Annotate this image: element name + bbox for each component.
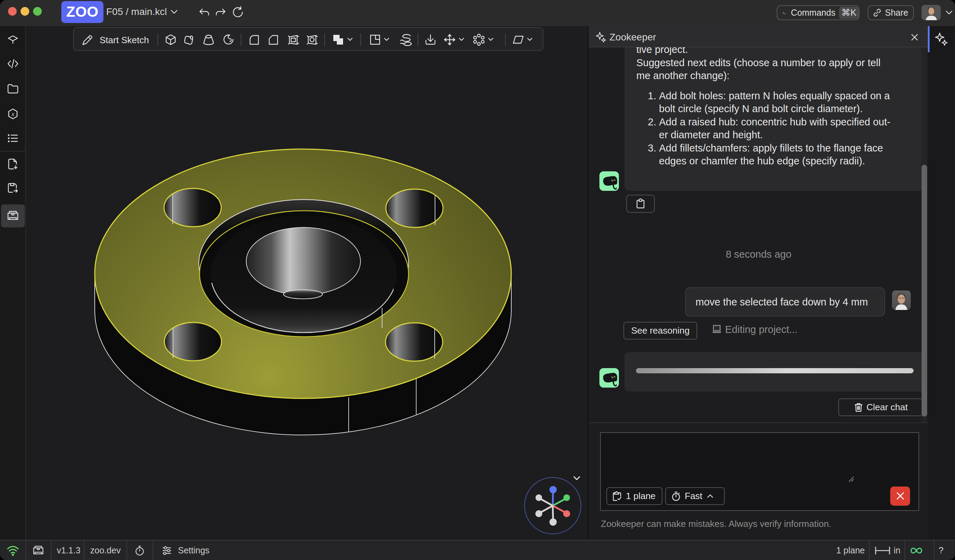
svg-text:x: x <box>11 111 14 117</box>
